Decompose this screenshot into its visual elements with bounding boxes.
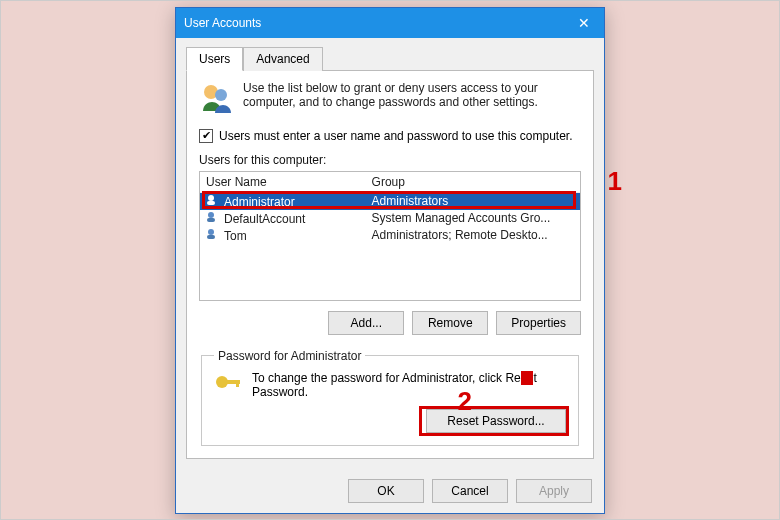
svg-rect-3	[207, 201, 215, 205]
col-username: User Name	[206, 175, 372, 189]
cancel-button[interactable]: Cancel	[432, 479, 508, 503]
cell-group: System Managed Accounts Gro...	[372, 211, 574, 225]
svg-point-1	[215, 89, 227, 101]
cell-username: Tom	[224, 229, 247, 243]
cell-group: Administrators; Remote Deskto...	[372, 228, 574, 242]
key-icon	[214, 371, 242, 393]
window-title: User Accounts	[184, 16, 261, 30]
users-listbox[interactable]: User Name Group Administrator Administra…	[199, 171, 581, 301]
apply-button[interactable]: Apply	[516, 479, 592, 503]
tabstrip: Users Advanced	[186, 47, 594, 71]
remove-button[interactable]: Remove	[412, 311, 488, 335]
reset-password-button[interactable]: Reset Password...	[426, 409, 566, 433]
dialog-button-row: OK Cancel Apply	[176, 469, 604, 513]
list-button-row: Add... Remove Properties	[199, 311, 581, 335]
col-group: Group	[372, 175, 574, 189]
svg-point-6	[208, 229, 214, 235]
client-area: Users Advanced Use the list below to gra…	[176, 38, 604, 469]
users-icon	[199, 81, 233, 115]
user-icon	[206, 194, 220, 206]
list-header: User Name Group	[200, 172, 580, 193]
table-row[interactable]: Tom Administrators; Remote Deskto...	[200, 227, 580, 244]
svg-rect-7	[207, 235, 215, 239]
cell-username: DefaultAccount	[224, 212, 305, 226]
tab-users[interactable]: Users	[186, 47, 243, 71]
add-button[interactable]: Add...	[328, 311, 404, 335]
require-login-checkbox[interactable]: ✔ Users must enter a user name and passw…	[199, 129, 581, 143]
titlebar: User Accounts ✕	[176, 8, 604, 38]
tab-page-users: Use the list below to grant or deny user…	[186, 70, 594, 459]
ok-button[interactable]: OK	[348, 479, 424, 503]
svg-rect-5	[207, 218, 215, 222]
user-icon	[206, 228, 220, 240]
properties-button[interactable]: Properties	[496, 311, 581, 335]
cell-username: Administrator	[224, 195, 295, 209]
checkbox-label: Users must enter a user name and passwor…	[219, 129, 573, 143]
intro-row: Use the list below to grant or deny user…	[199, 81, 581, 115]
list-caption: Users for this computer:	[199, 153, 581, 167]
user-icon	[206, 211, 220, 223]
svg-point-4	[208, 212, 214, 218]
svg-point-2	[208, 195, 214, 201]
close-icon: ✕	[578, 15, 590, 31]
table-row[interactable]: Administrator Administrators	[200, 193, 580, 210]
password-groupbox: Password for Administrator To change the…	[201, 349, 579, 446]
password-text: To change the password for Administrator…	[252, 371, 566, 399]
intro-text: Use the list below to grant or deny user…	[243, 81, 581, 115]
password-legend: Password for Administrator	[214, 349, 365, 363]
annotation-number-1: 1	[608, 166, 622, 197]
user-accounts-window: User Accounts ✕ Users Advanced Use the l…	[175, 7, 605, 514]
checkbox-icon: ✔	[199, 129, 213, 143]
cell-group: Administrators	[372, 194, 574, 208]
close-button[interactable]: ✕	[564, 8, 604, 38]
svg-rect-10	[236, 380, 239, 387]
table-row[interactable]: DefaultAccount System Managed Accounts G…	[200, 210, 580, 227]
tab-advanced[interactable]: Advanced	[243, 47, 322, 71]
